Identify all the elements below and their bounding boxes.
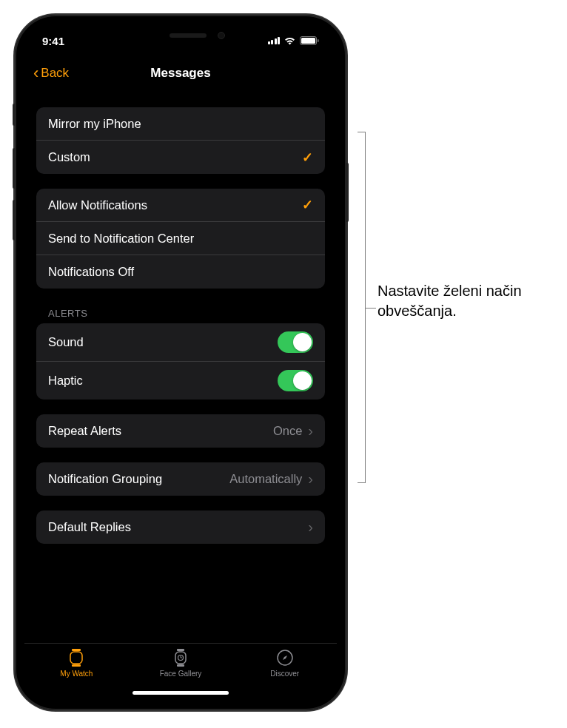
custom-row[interactable]: Custom ✓ <box>36 141 325 174</box>
default-replies-row[interactable]: Default Replies › <box>36 510 325 544</box>
side-button <box>13 104 15 126</box>
mirror-iphone-label: Mirror my iPhone <box>48 117 141 131</box>
cellular-signal-icon <box>268 37 281 44</box>
volume-up-button <box>13 148 15 189</box>
svg-rect-4 <box>70 652 82 664</box>
notification-grouping-value: Automatically <box>229 472 302 486</box>
notification-grouping-label: Notification Grouping <box>48 472 162 486</box>
chevron-left-icon: ‹ <box>33 65 38 81</box>
status-icons <box>268 36 320 45</box>
wifi-icon <box>284 36 296 45</box>
notifications-off-row[interactable]: Notifications Off <box>36 255 325 289</box>
haptic-row: Haptic <box>36 362 325 400</box>
tab-face-gallery-label: Face Gallery <box>160 670 202 678</box>
nav-bar: ‹ Back Messages <box>24 57 337 90</box>
repeat-alerts-row[interactable]: Repeat Alerts Once › <box>36 414 325 448</box>
status-time: 9:41 <box>42 35 64 47</box>
repeat-alerts-label: Repeat Alerts <box>48 424 121 438</box>
content-scroll[interactable]: Mirror my iPhone Custom ✓ Allow Notifica… <box>24 90 337 643</box>
send-notification-center-row[interactable]: Send to Notification Center <box>36 222 325 255</box>
tab-my-watch-label: My Watch <box>60 670 93 678</box>
allow-notifications-row[interactable]: Allow Notifications ✓ <box>36 189 325 222</box>
watch-icon <box>67 648 86 667</box>
svg-rect-2 <box>318 39 319 42</box>
alerts-group: Sound Haptic <box>36 323 325 400</box>
default-replies-group: Default Replies › <box>36 510 325 544</box>
volume-down-button <box>13 200 15 240</box>
notification-grouping-group: Notification Grouping Automatically › <box>36 462 325 496</box>
front-camera <box>218 32 225 39</box>
svg-rect-5 <box>72 664 81 667</box>
allow-notifications-label: Allow Notifications <box>48 198 147 212</box>
tab-my-watch[interactable]: My Watch <box>24 648 129 701</box>
svg-rect-6 <box>177 649 184 651</box>
svg-rect-3 <box>72 649 81 651</box>
notch <box>107 24 255 47</box>
sound-row: Sound <box>36 323 325 362</box>
sound-toggle[interactable] <box>278 331 313 353</box>
notifications-group: Allow Notifications ✓ Send to Notificati… <box>36 189 325 289</box>
tab-discover[interactable]: Discover <box>232 648 337 701</box>
chevron-right-icon: › <box>308 471 313 488</box>
svg-rect-11 <box>177 664 184 667</box>
send-notification-center-label: Send to Notification Center <box>48 232 194 246</box>
alerts-header: ALERTS <box>36 289 325 323</box>
default-replies-label: Default Replies <box>48 520 131 534</box>
repeat-alerts-group: Repeat Alerts Once › <box>36 414 325 448</box>
screen: 9:41 <box>24 24 337 701</box>
svg-rect-1 <box>301 38 315 44</box>
speaker <box>170 33 207 38</box>
nav-title: Messages <box>150 66 210 81</box>
mirror-custom-group: Mirror my iPhone Custom ✓ <box>36 107 325 174</box>
chevron-right-icon: › <box>308 519 313 536</box>
notification-grouping-row[interactable]: Notification Grouping Automatically › <box>36 462 325 496</box>
mirror-iphone-row[interactable]: Mirror my iPhone <box>36 107 325 141</box>
chevron-right-icon: › <box>308 422 313 439</box>
back-button[interactable]: ‹ Back <box>33 65 69 81</box>
home-indicator[interactable] <box>132 691 229 695</box>
battery-icon <box>300 36 319 45</box>
callout-text: Nastavite želeni način obveščanja. <box>378 281 555 321</box>
custom-label: Custom <box>48 150 90 164</box>
power-button <box>346 163 349 222</box>
sound-label: Sound <box>48 335 84 349</box>
checkmark-icon: ✓ <box>302 149 313 166</box>
back-label: Back <box>41 66 69 81</box>
watch-face-icon <box>171 648 190 667</box>
compass-icon <box>275 648 295 667</box>
repeat-alerts-value: Once <box>273 424 302 438</box>
notifications-off-label: Notifications Off <box>48 265 134 279</box>
phone-frame: 9:41 <box>15 15 346 710</box>
callout-bracket <box>354 132 366 483</box>
tab-discover-label: Discover <box>270 670 299 678</box>
haptic-toggle[interactable] <box>278 370 313 391</box>
checkmark-icon: ✓ <box>302 197 313 213</box>
haptic-label: Haptic <box>48 374 83 388</box>
